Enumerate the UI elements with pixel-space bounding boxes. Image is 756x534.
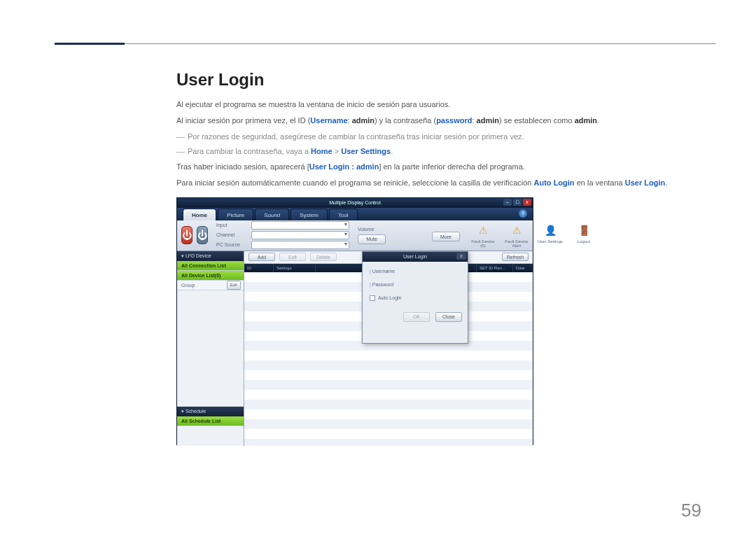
warning-icon: ⚠ bbox=[473, 223, 493, 238]
col-settings[interactable]: Settings bbox=[274, 264, 316, 272]
auto-login-checkbox[interactable]: Auto Login bbox=[370, 295, 461, 301]
main-tabs: Home Picture Sound System Tool ? bbox=[177, 208, 533, 220]
username-field[interactable]: Username bbox=[370, 269, 461, 274]
page-number: 59 bbox=[681, 500, 701, 521]
tab-picture[interactable]: Picture bbox=[218, 209, 253, 220]
user-login-dialog: User Login x Username Password Auto Logi… bbox=[362, 251, 468, 344]
window-close-button[interactable]: x bbox=[523, 199, 531, 206]
close-button[interactable]: Close bbox=[435, 312, 462, 322]
input-dropdown[interactable] bbox=[251, 221, 349, 230]
user-settings-button[interactable]: 👤 User Settings bbox=[536, 223, 565, 248]
intro-text: Al ejecutar el programa se muestra la ve… bbox=[176, 99, 715, 110]
input-label: Input bbox=[216, 221, 248, 230]
help-icon[interactable]: ? bbox=[519, 209, 527, 218]
checkbox-icon[interactable] bbox=[370, 295, 375, 301]
ok-button[interactable]: OK bbox=[403, 312, 430, 322]
sidebar-spacer bbox=[177, 290, 244, 407]
logout-button[interactable]: 🚪 Logout bbox=[569, 223, 598, 248]
pcsource-dropdown[interactable] bbox=[251, 241, 349, 249]
page-rule-accent bbox=[55, 43, 125, 45]
warning-icon: ⚠ bbox=[507, 223, 526, 238]
add-button[interactable]: Add bbox=[248, 253, 275, 261]
door-icon: 🚪 bbox=[574, 223, 594, 238]
page-heading: User Login bbox=[176, 70, 715, 90]
dialog-titlebar: User Login x bbox=[363, 252, 468, 262]
sidebar-item-all-device[interactable]: All Device List(0) bbox=[177, 271, 244, 281]
power-off-button[interactable]: ⏻ bbox=[197, 226, 208, 244]
col-setid[interactable]: SET ID Ran... bbox=[477, 264, 513, 272]
fault-alert-button[interactable]: ⚠ Fault Device Alert bbox=[502, 223, 531, 248]
sidebar-header-schedule[interactable]: Schedule bbox=[177, 407, 244, 416]
edit-button[interactable]: Edit bbox=[279, 253, 306, 261]
sidebar-item-group[interactable]: Group Edit bbox=[177, 281, 244, 290]
tab-sound[interactable]: Sound bbox=[255, 209, 289, 220]
after-login-text: Tras haber iniciado sesión, aparecerá [U… bbox=[176, 162, 715, 172]
tab-home[interactable]: Home bbox=[183, 209, 216, 220]
channel-dropdown[interactable] bbox=[251, 231, 349, 239]
more-button[interactable]: More bbox=[432, 232, 460, 241]
dialog-close-button[interactable]: x bbox=[456, 253, 466, 260]
window-titlebar: Multiple Display Control – □ x bbox=[177, 198, 533, 208]
app-screenshot: Multiple Display Control – □ x Home Pict… bbox=[176, 197, 533, 445]
auto-login-text: Para iniciar sesión automáticamente cuan… bbox=[176, 178, 715, 188]
group-edit-button[interactable]: Edit bbox=[227, 281, 241, 290]
tab-system[interactable]: System bbox=[290, 209, 328, 220]
mute-button[interactable]: Mute bbox=[358, 234, 386, 244]
sidebar: LFD Device All Connection List All Devic… bbox=[177, 251, 244, 446]
refresh-button[interactable]: Refresh bbox=[502, 253, 528, 261]
page-rule bbox=[55, 43, 716, 44]
col-date[interactable]: Date bbox=[513, 264, 533, 272]
sidebar-item-all-connection[interactable]: All Connection List bbox=[177, 261, 244, 271]
power-on-button[interactable]: ⏻ bbox=[181, 226, 192, 244]
security-note: Por razones de seguridad, asegúrese de c… bbox=[176, 132, 715, 141]
change-password-note: Para cambiar la contraseña, vaya a Home … bbox=[176, 147, 715, 156]
window-minimize-button[interactable]: – bbox=[503, 199, 512, 206]
window-maximize-button[interactable]: □ bbox=[513, 199, 522, 206]
control-ribbon: ⏻ ⏻ Input Channel PC Source Volume Mute … bbox=[177, 220, 533, 251]
tab-tool[interactable]: Tool bbox=[329, 209, 358, 220]
volume-label: Volume bbox=[358, 227, 428, 232]
user-icon: 👤 bbox=[540, 223, 560, 238]
sidebar-header-lfd[interactable]: LFD Device bbox=[177, 251, 244, 261]
delete-button[interactable]: Delete bbox=[310, 253, 337, 261]
window-title: Multiple Display Control bbox=[329, 200, 381, 205]
sidebar-item-all-schedule[interactable]: All Schedule List bbox=[177, 416, 244, 426]
channel-label: Channel bbox=[216, 231, 248, 239]
default-creds-text: Al iniciar sesión por primera vez, el ID… bbox=[176, 115, 715, 126]
col-id[interactable]: ID bbox=[244, 264, 274, 272]
fault-device-button[interactable]: ⚠ Fault Device (0) bbox=[468, 223, 498, 248]
sidebar-spacer bbox=[177, 426, 244, 446]
password-field[interactable]: Password bbox=[370, 282, 461, 287]
pcsource-label: PC Source bbox=[216, 241, 248, 249]
